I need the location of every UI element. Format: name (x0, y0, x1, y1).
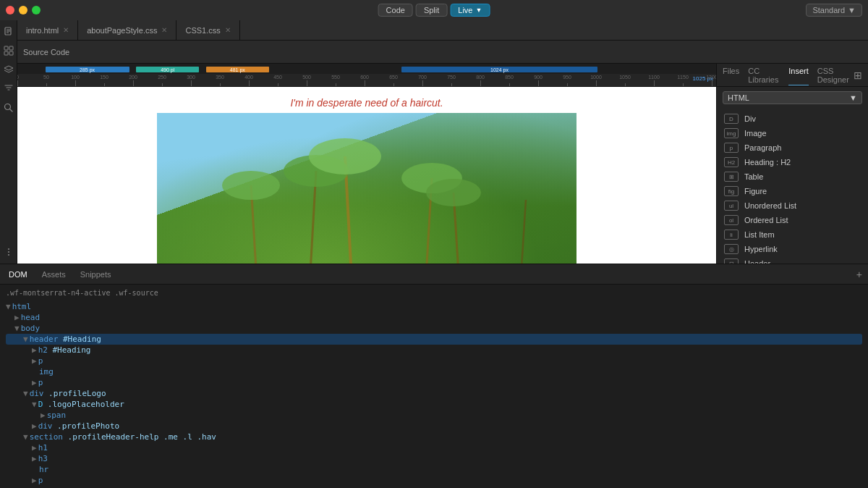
content-area: intro.html ✕ aboutPageStyle.css ✕ CSS1.c… (17, 20, 868, 264)
minimize-button[interactable] (19, 6, 27, 14)
maximize-button[interactable] (32, 6, 41, 14)
dom-node[interactable]: ▶p (6, 356, 862, 366)
dom-node[interactable]: ▶h2 #Heading (6, 345, 862, 356)
insert-item-ordered-list[interactable]: ol Ordered List (717, 213, 868, 227)
svg-rect-2 (9, 46, 13, 50)
live-dropdown-arrow[interactable]: ▼ (475, 7, 482, 14)
insert-item-table[interactable]: ⊞ Table (717, 169, 868, 184)
right-panel: Files CC Libraries Insert CSS Designer ⊞… (716, 64, 868, 264)
standard-button[interactable]: Standard ▼ (806, 4, 862, 17)
insert-item-hyperlink[interactable]: ◎ Hyperlink (717, 242, 868, 256)
panel-tab-css[interactable]: CSS Designer (817, 65, 854, 85)
titlebar-center: Code Split Live ▼ (378, 4, 490, 17)
insert-item-list-item[interactable]: li List Item (717, 227, 868, 242)
tabbar: intro.html ✕ aboutPageStyle.css ✕ CSS1.c… (17, 20, 868, 41)
fern-svg (157, 113, 576, 264)
dom-node[interactable]: ▼div .profileLogo (6, 388, 862, 399)
dom-node[interactable]: img (6, 366, 862, 377)
dom-node[interactable]: ▶p (6, 475, 862, 486)
svg-rect-1 (4, 46, 8, 50)
live-mode-button[interactable]: Live ▼ (450, 4, 490, 17)
dom-tree: .wf-montserrat-n4-active .wf-source ▼htm… (0, 285, 868, 488)
bottom-tab-dom[interactable]: DOM (6, 269, 30, 280)
html-select[interactable]: HTML ▼ (723, 91, 862, 104)
traffic-lights (6, 6, 41, 14)
svg-line-14 (511, 200, 526, 264)
files-icon[interactable] (3, 26, 14, 38)
search-icon[interactable] (3, 101, 14, 113)
dom-node[interactable]: ▶h3 (6, 453, 862, 464)
titlebar: Code Split Live ▼ Standard ▼ (0, 0, 868, 20)
insert-item-header[interactable]: ⊟ Header (717, 256, 868, 264)
top-nav: Source Code (17, 41, 868, 64)
ul-icon: ul (724, 201, 739, 211)
main-layout: intro.html ✕ aboutPageStyle.css ✕ CSS1.c… (0, 20, 868, 264)
split-mode-button[interactable]: Split (416, 4, 447, 17)
heading-icon: H2 (724, 157, 739, 167)
code-mode-button[interactable]: Code (378, 4, 413, 17)
figure-icon: fig (724, 186, 739, 196)
svg-point-6 (8, 248, 9, 250)
dom-node[interactable]: hr (6, 464, 862, 475)
close-button[interactable] (6, 6, 14, 14)
tab-close-aboutpage[interactable]: ✕ (161, 26, 167, 34)
add-dom-button[interactable]: + (856, 269, 862, 280)
dom-node[interactable]: ▶div .profilePhoto (6, 421, 862, 432)
insert-item-image[interactable]: img Image (717, 126, 868, 140)
tab-close-css1[interactable]: ✕ (225, 26, 231, 34)
seg-285: 285 px (46, 67, 129, 72)
tab-css1[interactable]: CSS1.css ✕ (176, 20, 239, 40)
dom-icon[interactable] (3, 83, 14, 94)
dom-node[interactable]: ▼body (6, 323, 862, 334)
panel-tab-libraries[interactable]: CC Libraries (748, 65, 780, 85)
panel-tab-insert[interactable]: Insert (788, 65, 809, 85)
dom-node[interactable]: ▶h1 (6, 442, 862, 453)
more-icon[interactable] (3, 246, 14, 258)
dom-node[interactable]: ▼D .logoPlaceholder (6, 399, 862, 410)
insert-item-unordered-list[interactable]: ul Unordered List (717, 198, 868, 213)
layers-icon[interactable] (3, 64, 14, 75)
panel-tab-files[interactable]: Files (723, 65, 739, 85)
right-panel-top: Files CC Libraries Insert CSS Designer ⊞ (717, 64, 868, 87)
source-code-button[interactable]: Source Code (23, 48, 69, 56)
insert-item-heading---h-[interactable]: H2 Heading : H2 (717, 155, 868, 169)
ol-icon: ol (724, 215, 739, 225)
dom-node[interactable]: ▼html (6, 301, 862, 312)
dom-node[interactable]: ▶span (6, 410, 862, 421)
seg-1024: 1024 px (401, 67, 597, 72)
bottom-tab-assets[interactable]: Assets (39, 269, 69, 280)
insert-item-paragraph[interactable]: p Paragraph (717, 140, 868, 155)
assets-icon[interactable] (3, 45, 14, 56)
li-icon: li (724, 230, 739, 240)
insert-list: D Div img Image p Paragraph H2 Heading :… (717, 109, 868, 264)
svg-point-7 (8, 251, 9, 253)
seg-490: 490 pl (136, 67, 199, 72)
segments-bar: 285 px 490 pl 481 px 1024 px (17, 64, 716, 74)
editor-and-panel: 285 px 490 pl 481 px 1024 px 1025 px (17, 64, 868, 264)
dom-path: .wf-montserrat-n4-active .wf-source (6, 289, 862, 297)
page-content[interactable]: I'm in desperate need of a haircut. (17, 87, 716, 264)
tab-close-intro[interactable]: ✕ (63, 26, 69, 34)
svg-rect-4 (9, 51, 13, 55)
table-icon: ⊞ (724, 172, 739, 182)
insert-item-figure[interactable]: fig Figure (717, 184, 868, 198)
svg-point-8 (8, 254, 9, 256)
bottom-tab-snippets[interactable]: Snippets (77, 269, 114, 280)
div-icon: D (724, 114, 739, 124)
svg-rect-3 (4, 51, 8, 55)
dom-node[interactable]: ▼header #Heading (6, 334, 862, 345)
seg-481: 481 px (206, 67, 269, 72)
page-italic-text: I'm in desperate need of a haircut. (23, 97, 710, 109)
tab-aboutpage[interactable]: aboutPageStyle.css ✕ (78, 20, 176, 40)
svg-point-5 (5, 104, 11, 109)
dom-node[interactable]: ▶head (6, 312, 862, 323)
tab-intro[interactable]: intro.html ✕ (17, 20, 78, 40)
dom-node[interactable]: ▶p (6, 377, 862, 388)
dom-node[interactable]: ▼section .profileHeader-help .me .l .hav (6, 432, 862, 442)
page-inner: I'm in desperate need of a haircut. (17, 87, 716, 264)
insert-item-div[interactable]: D Div (717, 112, 868, 126)
ruler: 1025 px 05010015020025030035040045050055… (17, 74, 716, 87)
filter-icon[interactable]: ⊞ (854, 70, 862, 81)
left-sidebar (0, 20, 17, 264)
image-icon: img (724, 128, 739, 138)
